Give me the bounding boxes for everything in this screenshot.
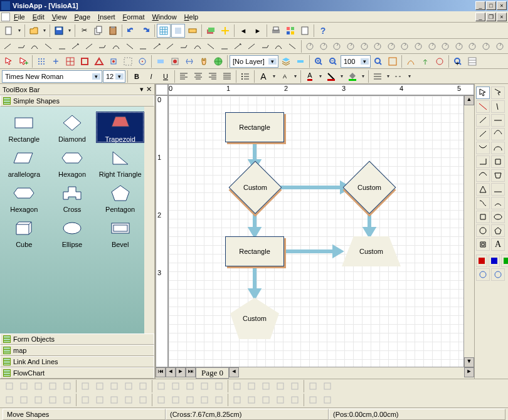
globe-icon[interactable] <box>211 55 225 68</box>
canvas-node-0[interactable]: Rectangle <box>225 112 284 142</box>
menu-page[interactable]: Page <box>70 13 94 21</box>
redo-button[interactable] <box>139 24 152 38</box>
mdi-restore-button[interactable]: ❐ <box>486 13 496 21</box>
bullets[interactable] <box>238 70 252 83</box>
connector-tool-1[interactable] <box>16 39 29 53</box>
connector-tool-16[interactable] <box>219 39 232 53</box>
canvas[interactable]: RectangleCustomCustomRectangleCustomCust… <box>168 95 464 367</box>
align-left[interactable] <box>177 70 191 83</box>
menu-window[interactable]: Window <box>148 13 180 21</box>
align-tool-1-14[interactable] <box>212 394 226 406</box>
align-tool-0-14[interactable] <box>212 380 226 392</box>
category-form-objects[interactable]: Form Objects <box>0 333 154 345</box>
align-tool-0-5[interactable] <box>78 380 92 392</box>
draw-tool-20[interactable] <box>476 224 490 237</box>
align-tool-1-5[interactable] <box>78 394 92 406</box>
draw-tool-2[interactable] <box>476 100 490 113</box>
rotate-tool-7[interactable] <box>398 39 411 53</box>
connector-tool-20[interactable] <box>273 39 286 53</box>
ruler-toggle[interactable] <box>186 24 199 38</box>
scrollbar-vertical[interactable]: ▲▼ <box>464 95 474 367</box>
align-tool-1-8[interactable] <box>122 394 135 406</box>
copy-button[interactable] <box>92 24 105 38</box>
align-tool-0-0[interactable] <box>3 380 16 392</box>
rotate-tool-13[interactable] <box>480 39 493 53</box>
align-tool-1-2[interactable] <box>31 394 45 406</box>
bold-button[interactable]: B <box>130 70 144 83</box>
connector-tool-6[interactable] <box>83 39 97 53</box>
connector-tool-19[interactable] <box>259 39 272 53</box>
align-tool-0-3[interactable] <box>46 380 60 392</box>
zoom-combo[interactable]: 100 <box>341 55 371 68</box>
align-tool-1-20[interactable] <box>306 394 320 406</box>
color-tool-2[interactable] <box>501 255 508 267</box>
zoom-page[interactable]: + <box>451 55 465 68</box>
connector-tool-8[interactable] <box>110 39 124 53</box>
draw-tool-9[interactable] <box>491 142 505 154</box>
close-button[interactable]: × <box>497 1 507 10</box>
plus-icon[interactable]: + <box>49 55 63 68</box>
align-tool-1-21[interactable] <box>320 394 334 406</box>
align-tool-0-21[interactable] <box>320 380 334 392</box>
mdi-close-button[interactable]: × <box>497 13 507 21</box>
rotate-tool-3[interactable] <box>344 39 357 53</box>
align-tool-0-13[interactable] <box>198 380 211 392</box>
align-tool-0-1[interactable] <box>17 380 31 392</box>
grid-snap[interactable] <box>63 55 77 68</box>
align-tool-0-19[interactable] <box>288 380 302 392</box>
align-tool-0-18[interactable] <box>273 380 287 392</box>
line-color[interactable] <box>324 70 338 83</box>
center-tool[interactable] <box>135 55 149 68</box>
align-tool-1-4[interactable] <box>60 394 74 406</box>
connector-tool-3[interactable] <box>43 39 56 53</box>
shape-diamond[interactable]: Diamond <box>48 112 97 143</box>
tool-x2[interactable] <box>418 55 432 68</box>
connector-tool-13[interactable] <box>178 39 191 53</box>
draw-tool-5[interactable] <box>491 114 505 127</box>
draw-tool-23[interactable]: A <box>491 238 505 251</box>
tab-first[interactable]: ⏮ <box>156 367 166 377</box>
font-small[interactable]: A <box>278 70 292 83</box>
shape-rectangle[interactable]: Rectangle <box>0 112 48 143</box>
align-tool-0-2[interactable] <box>31 380 45 392</box>
align-tool-1-12[interactable] <box>183 394 197 406</box>
connector-tool-2[interactable] <box>29 39 42 53</box>
connector-tool-5[interactable] <box>70 39 83 53</box>
align-tool-1-18[interactable] <box>273 394 287 406</box>
connector-tool-11[interactable] <box>151 39 164 53</box>
align-tool-1-16[interactable] <box>245 394 258 406</box>
crop-tool[interactable] <box>78 55 92 68</box>
layer-props[interactable] <box>294 55 307 68</box>
undo-button[interactable] <box>124 24 138 38</box>
add-button[interactable] <box>218 24 232 38</box>
layers-icon[interactable] <box>279 55 293 68</box>
menu-view[interactable]: View <box>48 13 71 21</box>
shape-hexagon[interactable]: Hexagon <box>48 147 97 178</box>
align-tool-1-10[interactable] <box>154 394 168 406</box>
connector-tool-12[interactable] <box>164 39 177 53</box>
draw-tool-18[interactable] <box>476 211 490 223</box>
align-center[interactable] <box>191 70 205 83</box>
snap-toggle[interactable] <box>171 24 185 38</box>
tool-x1[interactable] <box>404 55 418 68</box>
color-tool-1[interactable] <box>489 255 500 267</box>
maximize-button[interactable]: □ <box>486 1 496 10</box>
page-tab[interactable]: Page 0 <box>196 367 229 379</box>
page-setup-button[interactable] <box>298 24 312 38</box>
align-tool-1-7[interactable] <box>107 394 121 406</box>
underline-button[interactable]: U <box>159 70 172 83</box>
draw-tool-17[interactable] <box>491 197 505 209</box>
shape-trapezoid[interactable]: Trapezoid <box>96 112 144 143</box>
font-big[interactable]: A <box>257 70 270 83</box>
connector-tool-18[interactable] <box>246 39 259 53</box>
next-page-button[interactable]: ► <box>251 24 265 38</box>
align-tool-1-0[interactable] <box>3 394 16 406</box>
menu-format[interactable]: Format <box>119 13 149 21</box>
print-button[interactable] <box>269 24 283 38</box>
align-tool-1-6[interactable] <box>93 394 107 406</box>
shape-arallelogra[interactable]: arallelogra <box>0 147 48 178</box>
tab-last[interactable]: ⏭ <box>186 367 196 377</box>
connector-tool-9[interactable] <box>124 39 137 53</box>
draw-tool-8[interactable] <box>476 142 490 154</box>
align-tool-0-12[interactable] <box>183 380 197 392</box>
